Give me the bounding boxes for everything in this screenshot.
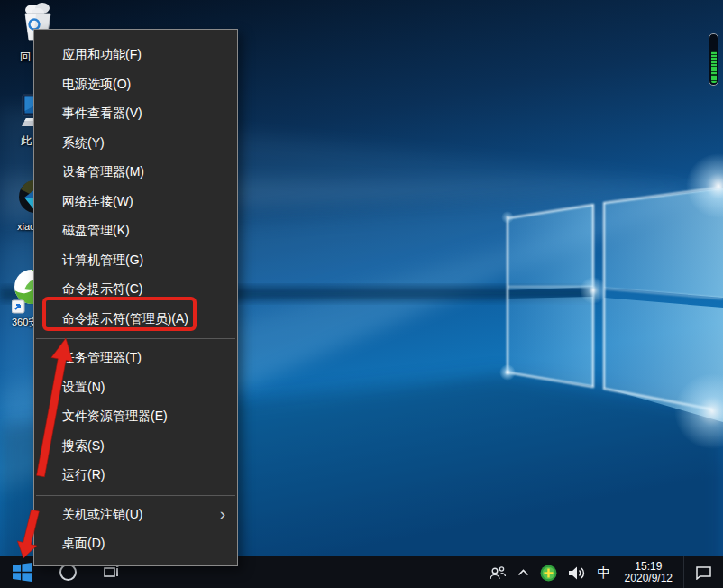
menu-item-label: 应用和功能(F)	[62, 47, 142, 63]
menu-item-label: 电源选项(O)	[62, 77, 131, 93]
menu-item-desktop[interactable]: 桌面(D)	[34, 529, 237, 559]
menu-separator	[36, 338, 235, 339]
menu-item-task-manager[interactable]: 任务管理器(T)	[34, 344, 237, 373]
menu-item-power-options[interactable]: 电源选项(O)	[34, 70, 237, 100]
menu-item-settings[interactable]: 设置(N)	[34, 373, 237, 403]
speaker-icon	[568, 565, 586, 581]
windows-desktop-screen: 回 此 xiaob 360安	[0, 0, 723, 588]
menu-separator	[36, 495, 235, 496]
menu-item-system[interactable]: 系统(Y)	[34, 129, 237, 159]
menu-item-label: 系统(Y)	[62, 135, 105, 152]
menu-item-label: 磁盘管理(K)	[62, 223, 130, 239]
ime-indicator[interactable]: 中	[591, 556, 618, 588]
task-view-icon	[103, 565, 120, 580]
battery-gauge-indicator	[709, 33, 718, 86]
green-circle-plus-icon	[540, 565, 557, 582]
menu-item-event-viewer[interactable]: 事件查看器(V)	[34, 99, 237, 129]
menu-item-label: 事件查看器(V)	[62, 106, 142, 122]
clock-date: 2020/9/12	[625, 573, 673, 584]
desktop-label-recycle-bin[interactable]: 回	[20, 50, 31, 65]
windows-logo-icon	[13, 563, 32, 582]
menu-item-label: 文件资源管理器(E)	[62, 409, 168, 425]
menu-item-run[interactable]: 运行(R)	[34, 461, 237, 491]
system-tray: 中 15:19 2020/9/12	[483, 556, 723, 588]
menu-item-disk-management[interactable]: 磁盘管理(K)	[34, 216, 237, 246]
menu-item-label: 设备管理器(M)	[62, 164, 144, 180]
chevron-up-icon	[517, 568, 529, 577]
volume-button[interactable]	[563, 556, 591, 588]
menu-item-label: 任务管理器(T)	[62, 350, 142, 366]
people-button[interactable]	[483, 556, 512, 588]
menu-item-file-explorer[interactable]: 文件资源管理器(E)	[34, 402, 237, 432]
antivirus-360-tray-button[interactable]	[535, 556, 563, 588]
highlight-box-command-prompt-admin	[42, 297, 197, 331]
taskbar-clock[interactable]: 15:19 2020/9/12	[618, 561, 680, 584]
menu-item-shutdown-or-signout[interactable]: 关机或注销(U) ›	[34, 501, 237, 530]
desktop-label-this-pc[interactable]: 此	[21, 133, 32, 149]
menu-item-label: 命令提示符(C)	[62, 281, 142, 298]
show-hidden-icons-button[interactable]	[512, 556, 535, 588]
menu-item-label: 设置(N)	[62, 380, 105, 396]
menu-item-device-manager[interactable]: 设备管理器(M)	[34, 158, 237, 188]
menu-item-search[interactable]: 搜索(S)	[34, 432, 237, 462]
submenu-chevron-icon: ›	[220, 504, 225, 524]
menu-item-label: 网络连接(W)	[62, 194, 133, 210]
menu-item-label: 桌面(D)	[62, 536, 105, 552]
menu-item-label: 计算机管理(G)	[62, 253, 143, 269]
menu-item-network-connections[interactable]: 网络连接(W)	[34, 188, 237, 217]
menu-item-label: 搜索(S)	[62, 438, 105, 455]
menu-item-apps-and-features[interactable]: 应用和功能(F)	[34, 41, 237, 70]
menu-item-computer-management[interactable]: 计算机管理(G)	[34, 246, 237, 276]
menu-item-label: 关机或注销(U)	[62, 507, 142, 523]
action-center-button[interactable]	[683, 556, 723, 588]
people-icon	[489, 565, 507, 581]
menu-item-label: 运行(R)	[62, 467, 105, 483]
notification-bubble-icon	[695, 565, 712, 580]
